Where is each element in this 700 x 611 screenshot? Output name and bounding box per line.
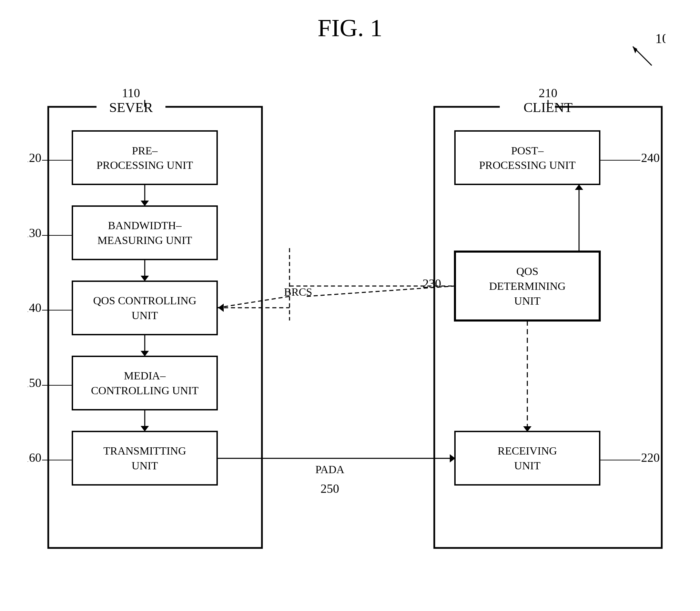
svg-rect-5 [72, 131, 217, 184]
transmitting-unit-label2: UNIT [132, 459, 158, 472]
svg-rect-9 [72, 206, 217, 259]
svg-marker-43 [218, 304, 224, 312]
ref-130: 130 [28, 226, 41, 240]
ref-240: 240 [641, 151, 660, 165]
pre-processing-unit-label2: PROCESSING UNIT [97, 159, 193, 171]
post-processing-unit-label: POST– [511, 144, 544, 157]
svg-rect-26 [455, 131, 600, 184]
svg-marker-20 [141, 426, 149, 431]
ref-120: 120 [28, 151, 41, 165]
bandwidth-measuring-unit-label2: MEASURING UNIT [98, 234, 192, 246]
media-controlling-unit-label2: CONTROLLING UNIT [91, 384, 199, 397]
ref-250: 250 [321, 482, 339, 496]
qos-controlling-unit-label: QOS CONTROLLING [93, 294, 196, 307]
svg-marker-16 [141, 351, 149, 356]
figure-title: FIG. 1 [0, 14, 700, 42]
bandwidth-measuring-unit-label: BANDWIDTH– [108, 219, 182, 232]
ref-160: 160 [28, 451, 41, 465]
qos-determining-unit-label3: UNIT [514, 295, 541, 307]
qos-determining-unit-label2: DETERMINING [489, 280, 566, 292]
ref-110: 110 [122, 86, 140, 100]
svg-line-38 [217, 296, 290, 308]
page: FIG. 1 100 SEVER 110 PRE– PROCESSING UNI… [0, 0, 700, 611]
svg-rect-17 [72, 356, 217, 410]
qos-determining-unit-label: QOS [516, 265, 538, 277]
svg-marker-1 [633, 47, 637, 53]
diagram-svg: SEVER 110 PRE– PROCESSING UNIT 120 BANDW… [28, 79, 672, 576]
svg-line-39 [307, 286, 454, 296]
transmitting-unit-label: TRANSMITTING [103, 445, 186, 457]
receiving-unit-label: RECEIVING [498, 445, 557, 457]
ref-100-group: 100 [603, 28, 666, 69]
svg-rect-21 [72, 431, 217, 485]
ref-100-label: 100 [655, 31, 666, 46]
svg-marker-30 [575, 184, 583, 190]
svg-marker-12 [141, 276, 149, 281]
svg-marker-8 [141, 201, 149, 206]
media-controlling-unit-label: MEDIA– [124, 369, 166, 382]
pre-processing-unit-label: PRE– [132, 144, 158, 157]
ref-150: 150 [28, 376, 41, 390]
qos-controlling-unit-label2: UNIT [132, 309, 158, 322]
ref-210: 210 [539, 86, 557, 100]
post-processing-unit-label2: PROCESSING UNIT [479, 159, 576, 171]
receiving-unit-label2: UNIT [514, 459, 541, 472]
svg-rect-31 [455, 431, 600, 485]
ref-140: 140 [28, 301, 41, 315]
server-label: SEVER [109, 100, 153, 115]
svg-rect-13 [72, 281, 217, 335]
pada-label: PADA [315, 463, 344, 476]
ref-220: 220 [641, 451, 660, 465]
